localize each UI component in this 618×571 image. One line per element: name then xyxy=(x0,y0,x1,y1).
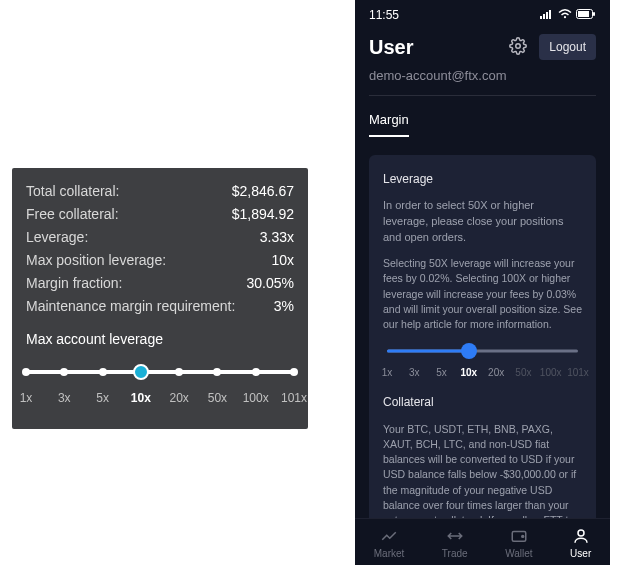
slider-mark-label: 100x xyxy=(243,391,269,405)
wifi-icon xyxy=(558,8,572,22)
slider-mark-label: 3x xyxy=(58,391,71,405)
stat-label: Total collateral: xyxy=(26,180,119,203)
nav-label: Wallet xyxy=(505,548,532,559)
phone-frame: 11:55 User Logout demo-account@ftx.com M… xyxy=(355,0,610,565)
slider-mark-label: 101x xyxy=(567,366,589,381)
stat-value: 30.05% xyxy=(247,272,294,295)
gear-icon xyxy=(509,37,527,58)
slider-thumb[interactable] xyxy=(461,343,477,359)
stat-row: Free collateral: $1,894.92 xyxy=(26,203,294,226)
stat-label: Free collateral: xyxy=(26,203,119,226)
leverage-slider[interactable] xyxy=(387,342,578,360)
collateral-heading: Collateral xyxy=(383,394,582,411)
slider-title: Max account leverage xyxy=(26,331,294,347)
nav-trade[interactable]: Trade xyxy=(442,527,468,559)
svg-point-11 xyxy=(578,530,584,536)
slider-mark xyxy=(22,368,30,376)
nav-label: User xyxy=(570,548,591,559)
stat-value: 3.33x xyxy=(260,226,294,249)
stat-value: 10x xyxy=(271,249,294,272)
slider-mark-label: 5x xyxy=(96,391,109,405)
nav-label: Market xyxy=(374,548,405,559)
slider-mark xyxy=(175,368,183,376)
account-email: demo-account@ftx.com xyxy=(355,68,610,95)
slider-mark-label: 100x xyxy=(540,366,562,381)
svg-point-10 xyxy=(522,535,524,537)
stat-value: $1,894.92 xyxy=(232,203,294,226)
stat-row: Total collateral: $2,846.67 xyxy=(26,180,294,203)
leverage-heading: Leverage xyxy=(383,171,582,188)
page-title: User xyxy=(369,36,497,59)
status-bar: 11:55 xyxy=(355,0,610,28)
slider-mark-label: 10x xyxy=(131,391,151,405)
slider-mark-label: 20x xyxy=(488,366,504,381)
stat-label: Maintenance margin requirement: xyxy=(26,295,235,318)
slider-labels: 1x3x5x10x20x50x100x101x xyxy=(26,391,294,407)
svg-rect-7 xyxy=(593,12,595,16)
nav-wallet[interactable]: Wallet xyxy=(505,527,532,559)
battery-icon xyxy=(576,8,596,22)
stat-row: Maintenance margin requirement: 3% xyxy=(26,295,294,318)
svg-rect-2 xyxy=(546,12,548,19)
leverage-description: Selecting 50X leverage will increase you… xyxy=(383,256,582,332)
status-time: 11:55 xyxy=(369,8,399,22)
user-icon xyxy=(572,527,590,545)
slider-mark-label: 50x xyxy=(208,391,227,405)
svg-rect-3 xyxy=(549,10,551,19)
slider-mark-label: 3x xyxy=(409,366,420,381)
tab-margin[interactable]: Margin xyxy=(369,112,409,137)
market-icon xyxy=(380,527,398,545)
stat-label: Leverage: xyxy=(26,226,88,249)
slider-thumb[interactable] xyxy=(133,364,149,380)
svg-point-4 xyxy=(564,16,566,18)
nav-market[interactable]: Market xyxy=(374,527,405,559)
slider-mark xyxy=(213,368,221,376)
phone-header: User Logout xyxy=(355,28,610,68)
slider-mark xyxy=(99,368,107,376)
slider-mark-label: 10x xyxy=(461,366,478,381)
stat-value: $2,846.67 xyxy=(232,180,294,203)
svg-rect-0 xyxy=(540,16,542,19)
slider-labels: 1x3x5x10x20x50x100x101x xyxy=(387,366,578,380)
settings-button[interactable] xyxy=(507,36,529,58)
slider-mark-label: 5x xyxy=(436,366,447,381)
logout-button[interactable]: Logout xyxy=(539,34,596,60)
slider-mark xyxy=(60,368,68,376)
max-leverage-slider[interactable] xyxy=(26,365,294,379)
slider-mark-label: 20x xyxy=(169,391,188,405)
leverage-warning: In order to select 50X or higher leverag… xyxy=(383,198,582,246)
account-info-panel: Total collateral: $2,846.67 Free collate… xyxy=(12,168,308,429)
slider-mark-label: 1x xyxy=(382,366,393,381)
svg-rect-1 xyxy=(543,14,545,19)
bottom-nav: Market Trade Wallet User xyxy=(355,518,610,565)
stat-label: Max position leverage: xyxy=(26,249,166,272)
margin-card: Leverage In order to select 50X or highe… xyxy=(369,155,596,565)
stat-row: Leverage: 3.33x xyxy=(26,226,294,249)
stat-row: Margin fraction: 30.05% xyxy=(26,272,294,295)
slider-fill xyxy=(387,350,469,353)
svg-rect-6 xyxy=(578,11,589,17)
stat-row: Max position leverage: 10x xyxy=(26,249,294,272)
slider-mark xyxy=(290,368,298,376)
trade-icon xyxy=(446,527,464,545)
stat-value: 3% xyxy=(274,295,294,318)
nav-label: Trade xyxy=(442,548,468,559)
status-icons xyxy=(540,8,596,22)
slider-mark xyxy=(252,368,260,376)
slider-mark-label: 101x xyxy=(281,391,307,405)
nav-user[interactable]: User xyxy=(570,527,591,559)
stat-label: Margin fraction: xyxy=(26,272,122,295)
slider-mark-label: 1x xyxy=(20,391,33,405)
signal-icon xyxy=(540,8,554,22)
svg-point-8 xyxy=(516,43,521,48)
slider-mark-label: 50x xyxy=(515,366,531,381)
tab-row: Margin xyxy=(355,96,610,137)
wallet-icon xyxy=(510,527,528,545)
